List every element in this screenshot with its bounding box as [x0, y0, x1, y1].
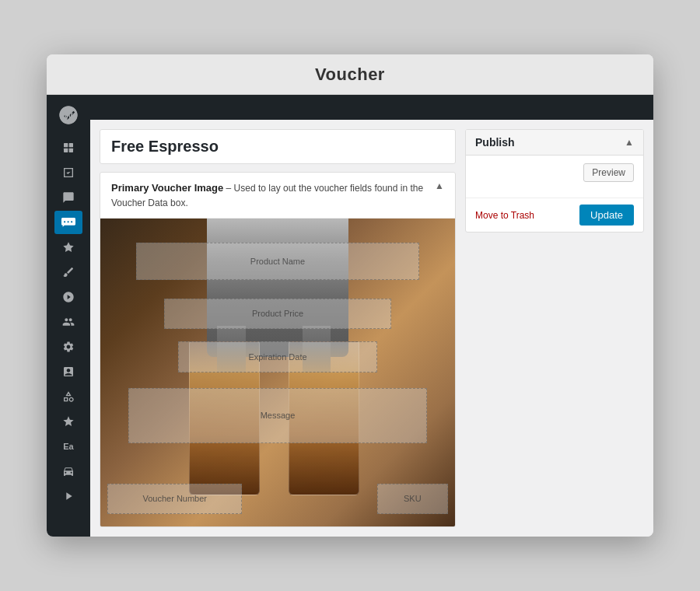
publish-collapse-icon[interactable]: ▲	[625, 137, 634, 148]
publish-body: Preview	[466, 156, 643, 198]
wp-admin-bar	[90, 95, 653, 120]
sidebar-icon-woocommerce[interactable]	[54, 211, 82, 234]
update-button[interactable]: Update	[579, 205, 634, 226]
app-window: Voucher W	[47, 54, 653, 537]
publish-title: Publish	[475, 136, 515, 149]
post-title-box: Free Espresso	[100, 129, 456, 164]
sidebar-icon-settings[interactable]	[54, 335, 82, 358]
svg-rect-3	[69, 143, 73, 147]
post-title[interactable]: Free Espresso	[111, 138, 444, 156]
voucher-image-header-text: Primary Voucher Image – Used to lay out …	[111, 180, 435, 210]
sidebar-icon-products[interactable]	[54, 236, 82, 259]
sidebar-icon-comments[interactable]	[54, 186, 82, 209]
svg-rect-2	[64, 143, 68, 147]
sidebar-icon-plugins[interactable]	[54, 285, 82, 309]
wp-logo[interactable]: W	[54, 101, 82, 129]
main-column: Free Espresso Primary Voucher Image – Us…	[100, 129, 456, 527]
voucher-image-collapse[interactable]: ▲	[435, 180, 444, 191]
sidebar-icon-network[interactable]	[54, 385, 82, 408]
sidebar-icon-woo2[interactable]	[54, 460, 82, 483]
voucher-image-preview[interactable]: Product Name Product Price Expiration Da…	[100, 219, 455, 527]
sidebar-icon-visual[interactable]	[54, 360, 82, 383]
svg-text:W: W	[64, 110, 72, 121]
publish-footer: Move to Trash Update	[466, 198, 643, 232]
sidebar-icon-star[interactable]	[54, 410, 82, 433]
field-product-price[interactable]: Product Price	[164, 299, 391, 330]
sidebar-icon-play[interactable]	[54, 484, 82, 508]
sidebar-icon-users[interactable]	[54, 310, 82, 334]
voucher-image-label: Primary Voucher Image	[111, 182, 223, 194]
field-sku[interactable]: SKU	[377, 484, 448, 515]
wp-sidebar: W	[47, 95, 90, 537]
sidebar-icon-media[interactable]	[54, 161, 82, 184]
sidebar-icon-elementor[interactable]: Ea	[54, 435, 82, 458]
preview-button[interactable]: Preview	[583, 163, 634, 182]
field-expiration-date[interactable]: Expiration Date	[178, 341, 376, 372]
field-voucher-number[interactable]: Voucher Number	[107, 484, 242, 515]
wp-main: Free Espresso Primary Voucher Image – Us…	[90, 95, 653, 537]
publish-box: Publish ▲ Preview Move to Trash Update	[465, 129, 644, 233]
svg-rect-5	[69, 149, 73, 152]
content-area: Free Espresso Primary Voucher Image – Us…	[90, 120, 653, 537]
side-column: Publish ▲ Preview Move to Trash Update	[465, 129, 644, 527]
wp-container: W	[47, 95, 653, 537]
voucher-image-box: Primary Voucher Image – Used to lay out …	[100, 172, 456, 527]
publish-header: Publish ▲	[466, 130, 643, 156]
svg-rect-4	[64, 149, 68, 152]
sidebar-icon-posts[interactable]	[54, 136, 82, 159]
sidebar-icon-appearance[interactable]	[54, 261, 82, 284]
title-bar: Voucher	[47, 54, 653, 95]
voucher-image-header: Primary Voucher Image – Used to lay out …	[100, 173, 455, 219]
move-to-trash-link[interactable]: Move to Trash	[475, 210, 534, 221]
field-message[interactable]: Message	[128, 388, 426, 443]
window-title: Voucher	[315, 65, 385, 85]
field-product-name[interactable]: Product Name	[136, 243, 420, 280]
